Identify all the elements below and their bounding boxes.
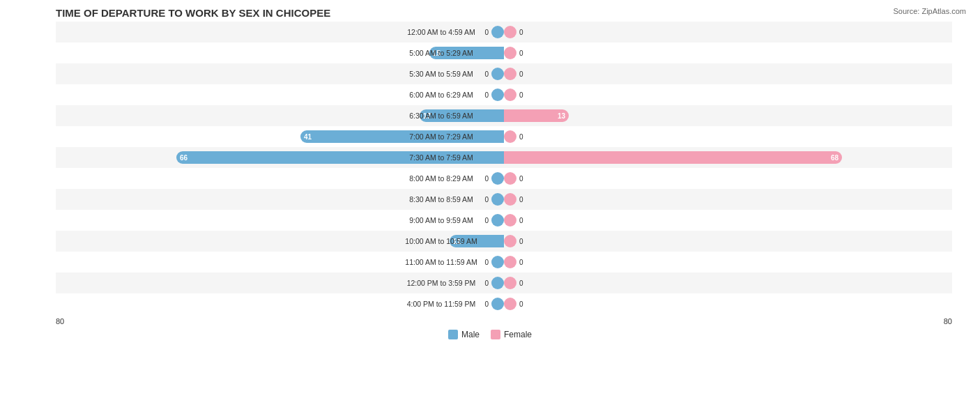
table-row: 176:30 AM to 6:59 AM13 [56, 105, 952, 126]
female-zero-dot [504, 26, 516, 38]
female-value-zero: 0 [519, 133, 523, 141]
chart-container: TIME OF DEPARTURE TO WORK BY SEX IN CHIC… [0, 0, 980, 414]
female-zero-dot [504, 89, 516, 101]
female-zero-dot [504, 193, 516, 206]
table-row: 011:00 AM to 11:59 AM0 [56, 252, 952, 273]
table-row: 012:00 PM to 3:59 PM0 [56, 273, 952, 293]
axis-left-label: 80 [56, 317, 64, 325]
chart-title: TIME OF DEPARTURE TO WORK BY SEX IN CHIC… [56, 7, 966, 19]
female-value-zero: 0 [519, 91, 523, 99]
legend-female: Female [491, 330, 532, 339]
table-row: 06:00 AM to 6:29 AM0 [56, 84, 952, 105]
time-label: 8:30 AM to 8:59 AM [378, 195, 504, 204]
axis-right-label: 80 [944, 317, 952, 325]
female-zero-dot [504, 256, 516, 268]
table-row: 012:00 AM to 4:59 AM0 [56, 22, 952, 43]
legend-male-color [448, 330, 458, 339]
table-row: 1110:00 AM to 10:59 AM0 [56, 231, 952, 252]
female-value-zero: 0 [519, 70, 523, 78]
time-label: 4:00 PM to 11:59 PM [378, 300, 504, 308]
legend-female-color [491, 330, 500, 339]
time-label: 5:00 AM to 5:29 AM [378, 49, 504, 57]
time-label: 12:00 AM to 4:59 AM [378, 28, 504, 36]
table-row: 08:30 AM to 8:59 AM0 [56, 189, 952, 210]
time-label: 6:00 AM to 6:29 AM [378, 91, 504, 99]
female-value-zero: 0 [519, 196, 523, 204]
time-label: 6:30 AM to 6:59 AM [378, 112, 504, 120]
female-value-zero: 0 [519, 175, 523, 183]
table-row: 667:30 AM to 7:59 AM68 [56, 147, 952, 168]
female-zero-dot [504, 47, 516, 59]
female-zero-dot [504, 172, 516, 185]
time-label: 11:00 AM to 11:59 AM [378, 258, 504, 266]
table-row: 05:30 AM to 5:59 AM0 [56, 63, 952, 84]
time-label: 7:00 AM to 7:29 AM [378, 132, 504, 141]
legend-male-label: Male [461, 330, 480, 339]
female-value-zero: 0 [519, 279, 523, 287]
female-value: 13 [558, 112, 565, 120]
table-row: 08:00 AM to 8:29 AM0 [56, 168, 952, 189]
female-value-zero: 0 [519, 300, 523, 308]
female-zero-dot [504, 235, 516, 247]
female-zero-dot [504, 130, 516, 143]
female-zero-dot [504, 214, 516, 227]
time-label: 7:30 AM to 7:59 AM [378, 153, 504, 162]
table-row: 417:00 AM to 7:29 AM0 [56, 126, 952, 147]
table-row: 09:00 AM to 9:59 AM0 [56, 210, 952, 231]
male-value: 41 [304, 133, 312, 141]
time-label: 5:30 AM to 5:59 AM [378, 70, 504, 78]
table-row: 155:00 AM to 5:29 AM0 [56, 43, 952, 63]
time-label: 10:00 AM to 10:59 AM [378, 237, 504, 245]
time-label: 9:00 AM to 9:59 AM [378, 216, 504, 224]
table-row: 04:00 PM to 11:59 PM0 [56, 293, 952, 314]
axis-bottom: 80 80 [56, 317, 952, 325]
legend-male: Male [448, 330, 480, 339]
time-label: 8:00 AM to 8:29 AM [378, 174, 504, 183]
bar-female: 13 [504, 109, 569, 122]
chart-area: 012:00 AM to 4:59 AM0155:00 AM to 5:29 A… [56, 22, 952, 314]
female-value-zero: 0 [519, 217, 523, 224]
female-value-zero: 0 [519, 259, 523, 266]
source-text: Source: ZipAtlas.com [893, 7, 966, 15]
female-value-zero: 0 [519, 238, 523, 245]
time-label: 12:00 PM to 3:59 PM [378, 279, 504, 287]
male-value: 66 [180, 154, 187, 162]
female-value: 68 [831, 154, 839, 162]
female-value-zero: 0 [519, 49, 523, 57]
bar-female: 68 [504, 151, 842, 164]
female-zero-dot [504, 298, 516, 310]
legend-female-label: Female [504, 330, 532, 339]
legend: Male Female [14, 330, 966, 339]
female-value-zero: 0 [519, 29, 523, 36]
female-zero-dot [504, 68, 516, 80]
female-zero-dot [504, 277, 516, 289]
